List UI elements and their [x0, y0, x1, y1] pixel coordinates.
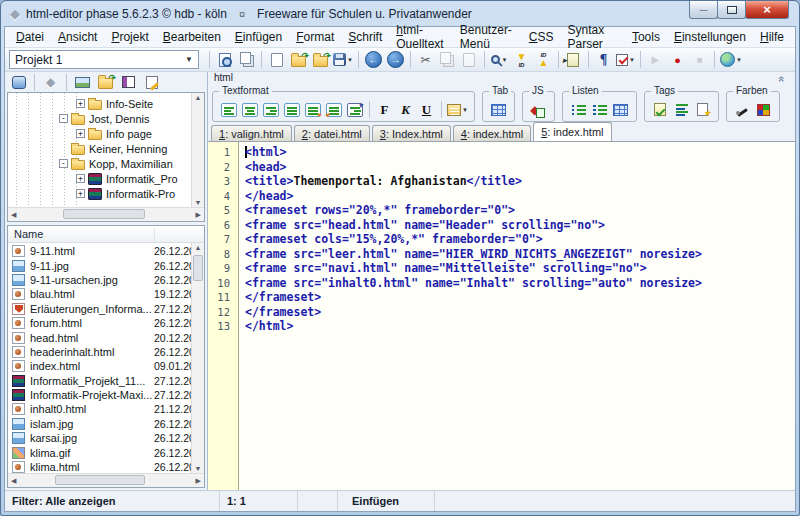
code-editor[interactable]: 1<html>2<head>3<title>Themenportal: Afgh… — [208, 141, 795, 490]
file-row[interactable]: Informatik_Projekt_11...27.12.2010 — [8, 374, 204, 388]
editor-tab[interactable]: 1: valign.html — [211, 125, 292, 141]
show-formatting-button[interactable]: ¶ — [593, 50, 614, 70]
javascript-button[interactable]: ◆ — [529, 101, 548, 118]
internal-browser-button[interactable] — [8, 72, 29, 92]
tree-expander[interactable]: - — [59, 159, 68, 168]
file-row[interactable]: Informatik-Projekt-Maxi...27.12.2010 — [8, 388, 204, 402]
tree-item[interactable]: +Informatik_Pro — [8, 171, 204, 186]
scrollbar-thumb[interactable] — [193, 255, 203, 281]
scroll-right-icon[interactable]: ▶ — [196, 477, 201, 485]
name-column-header[interactable]: Name — [14, 228, 43, 240]
file-row[interactable]: blau.html19.12.2010 — [8, 287, 204, 301]
numbered-list-button[interactable] — [590, 101, 609, 118]
play-button[interactable]: ▶ — [645, 50, 666, 70]
file-row[interactable]: klima.gif26.12.2010 — [8, 445, 204, 459]
menu-item-format[interactable]: Format — [289, 28, 341, 46]
italic-button[interactable]: K — [396, 101, 415, 118]
file-row[interactable]: 9-11-ursachen.jpg26.12.2010 — [8, 273, 204, 287]
validate-dropdown-icon[interactable] — [629, 56, 635, 63]
tree-expander[interactable]: - — [59, 114, 68, 123]
files-vertical-scrollbar[interactable]: ▲ ▼ — [191, 243, 204, 473]
style-dropdown-icon[interactable] — [462, 106, 468, 113]
search-dropdown-icon[interactable] — [501, 56, 507, 63]
menu-item-einstellungen[interactable]: Einstellungen — [667, 28, 753, 46]
minimize-button[interactable] — [689, 1, 718, 19]
scrollbar-thumb[interactable] — [55, 475, 145, 485]
collapse-toolbar-icon[interactable] — [776, 76, 788, 82]
insert-table-button[interactable] — [489, 101, 508, 118]
scroll-up-icon[interactable]: ▲ — [192, 94, 204, 101]
id-filter-up-button[interactable] — [533, 50, 554, 70]
tree-horizontal-scrollbar[interactable]: ◀ ▶ — [8, 207, 204, 221]
file-row[interactable]: Erläuterungen_Informa...27.12.2010 — [8, 302, 204, 316]
editor-tab[interactable]: 3: Index.html — [372, 125, 451, 141]
refresh-folder-button[interactable] — [95, 72, 116, 92]
file-row[interactable]: 9-11.html26.12.2010 — [8, 244, 204, 258]
browser-dropdown-icon[interactable] — [736, 56, 742, 63]
record-button[interactable]: ● — [667, 50, 688, 70]
copy-button[interactable] — [437, 50, 458, 70]
scrollbar-thumb[interactable] — [63, 209, 145, 219]
underline-button[interactable]: U — [417, 101, 436, 118]
tree-item[interactable]: -Jost, Dennis — [8, 111, 204, 126]
files-horizontal-scrollbar[interactable]: ◀ ▶ — [8, 473, 204, 487]
close-button[interactable] — [745, 1, 789, 19]
file-row[interactable]: karsai.jpg26.12.2010 — [8, 431, 204, 445]
image-manager-button[interactable] — [72, 72, 93, 92]
tree-expander[interactable]: + — [76, 174, 85, 183]
cut-button[interactable]: ✂ — [415, 50, 436, 70]
menu-item-projekt[interactable]: Projekt — [104, 28, 155, 46]
file-list-header[interactable]: Name — [8, 226, 204, 243]
menu-item-css[interactable]: CSS — [522, 28, 561, 46]
file-row[interactable]: headerinhalt.html26.12.2010 — [8, 345, 204, 359]
forward-button[interactable]: → — [385, 50, 406, 70]
file-row[interactable]: forum.html26.12.2010 — [8, 316, 204, 330]
indent-button[interactable] — [303, 101, 322, 118]
tree-expander[interactable]: + — [76, 129, 85, 138]
copy-project-button[interactable] — [236, 50, 257, 70]
align-center-button[interactable] — [240, 101, 259, 118]
bold-button[interactable]: F — [375, 101, 394, 118]
scroll-up-icon[interactable]: ▲ — [192, 244, 204, 251]
file-row[interactable]: inhalt0.html21.12.2010 — [8, 402, 204, 416]
scroll-left-icon[interactable]: ◀ — [11, 211, 16, 219]
search-button[interactable] — [489, 50, 510, 70]
menu-item-einf-gen[interactable]: Einfügen — [228, 28, 289, 46]
editor-tab[interactable]: 4: index.html — [453, 125, 531, 141]
project-preview-button[interactable] — [214, 50, 235, 70]
menu-item-datei[interactable]: Datei — [9, 28, 51, 46]
project-select[interactable]: Projekt 1 ▼ — [9, 50, 199, 69]
column-divider[interactable] — [154, 228, 155, 241]
edit-document-button[interactable] — [141, 72, 162, 92]
file-row[interactable]: head.html20.12.2010 — [8, 330, 204, 344]
list-table-button[interactable] — [611, 101, 630, 118]
outdent-button[interactable] — [324, 101, 343, 118]
open-file-button[interactable] — [288, 50, 309, 70]
tree-item[interactable]: +Informatik-Pro — [8, 186, 204, 201]
browser-preview-button[interactable] — [719, 50, 743, 70]
menu-item-tools[interactable]: Tools — [625, 28, 667, 46]
tree-expander[interactable]: + — [76, 99, 85, 108]
file-row[interactable]: 9-11.jpg26.12.2010 — [8, 258, 204, 272]
tag-list-button[interactable] — [672, 101, 691, 118]
editor-tab[interactable]: 2: datei.html — [294, 125, 370, 141]
menu-item-hilfe[interactable]: Hilfe — [753, 28, 791, 46]
validate-button[interactable] — [615, 50, 636, 70]
bullet-list-button[interactable] — [569, 101, 588, 118]
project-list-button[interactable] — [118, 72, 139, 92]
id-filter-down-button[interactable] — [511, 50, 532, 70]
editor-tab[interactable]: 5: index.html — [533, 122, 611, 141]
paragraph-style-button[interactable] — [447, 101, 468, 118]
tree-item[interactable]: +Info-Seite — [8, 96, 204, 111]
tree-vertical-scrollbar[interactable]: ▲ ▼ — [191, 93, 204, 207]
align-right-button[interactable] — [261, 101, 280, 118]
scroll-right-icon[interactable]: ▶ — [196, 211, 201, 219]
palette-button[interactable] — [754, 101, 773, 118]
menu-item-bearbeiten[interactable]: Bearbeiten — [156, 28, 228, 46]
file-row[interactable]: index.html09.01.2011 — [8, 359, 204, 373]
menu-item-ansicht[interactable]: Ansicht — [51, 28, 104, 46]
new-file-button[interactable] — [266, 50, 287, 70]
file-row[interactable]: islam.jpg26.12.2010 — [8, 417, 204, 431]
paste-button[interactable] — [459, 50, 480, 70]
scroll-left-icon[interactable]: ◀ — [11, 477, 16, 485]
